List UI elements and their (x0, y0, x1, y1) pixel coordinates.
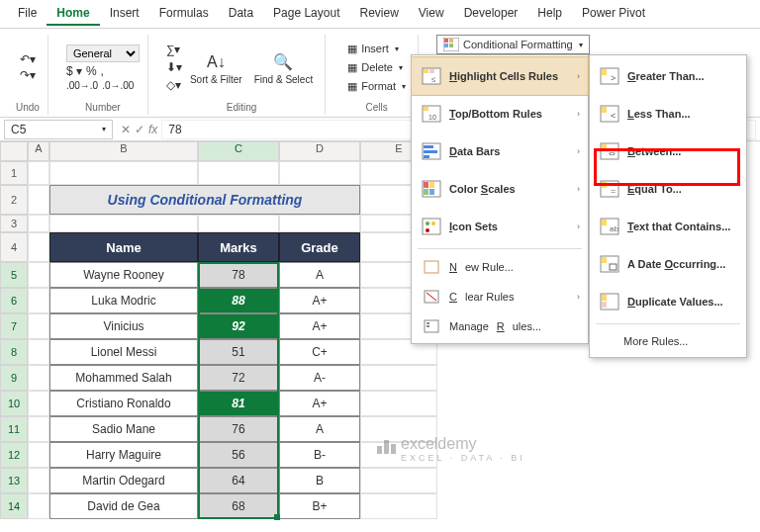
cell-grade[interactable]: C+ (279, 339, 360, 365)
cell[interactable] (360, 391, 437, 416)
tab-home[interactable]: Home (47, 2, 99, 26)
cell-marks[interactable]: 92 (198, 313, 279, 339)
tab-file[interactable]: File (8, 2, 47, 26)
cell[interactable] (28, 161, 49, 185)
name-box[interactable]: C5▾ (4, 120, 113, 139)
cell[interactable] (279, 161, 360, 185)
tab-page-layout[interactable]: Page Layout (263, 2, 349, 26)
menu-color-scales[interactable]: Color Scales › (412, 170, 588, 208)
autosum-icon[interactable]: ∑▾ (166, 43, 182, 56)
menu-between[interactable]: ⇔Between... (590, 133, 746, 170)
cell[interactable] (28, 313, 49, 339)
menu-clear-rules[interactable]: Clear Rules › (412, 282, 588, 311)
select-all-corner[interactable] (0, 141, 28, 161)
cell-name[interactable]: Harry Maguire (49, 442, 198, 468)
cell-name[interactable]: David de Gea (49, 493, 198, 519)
tab-insert[interactable]: Insert (100, 2, 149, 26)
menu-new-rule[interactable]: New Rule... (412, 252, 588, 282)
cell-grade[interactable]: B- (279, 442, 360, 468)
percent-icon[interactable]: % (86, 64, 97, 78)
cell-grade[interactable]: A+ (279, 288, 360, 313)
cell-grade[interactable]: A+ (279, 391, 360, 416)
row-header-14[interactable]: 14 (0, 493, 28, 519)
tab-help[interactable]: Help (527, 2, 572, 26)
cell-name[interactable]: Mohammed Salah (49, 365, 198, 391)
cell-name[interactable]: Lionel Messi (49, 339, 198, 365)
cell-marks[interactable]: 88 (198, 288, 279, 313)
row-header-5[interactable]: 5 (0, 262, 28, 288)
cell-grade[interactable]: A- (279, 365, 360, 391)
table-header-grade[interactable]: Grade (279, 232, 360, 262)
menu-top-bottom-rules[interactable]: 10 Top/Bottom Rules › (412, 95, 588, 133)
cell-grade[interactable]: B+ (279, 493, 360, 519)
cell[interactable] (198, 161, 279, 185)
row-header-1[interactable]: 1 (0, 161, 28, 185)
cell[interactable] (49, 161, 198, 185)
conditional-formatting-button[interactable]: Conditional Formatting ▾ (436, 35, 590, 54)
tab-data[interactable]: Data (219, 2, 263, 26)
table-header-marks[interactable]: Marks (198, 232, 279, 262)
row-header-9[interactable]: 9 (0, 365, 28, 391)
cell[interactable] (28, 215, 49, 232)
insert-cells-button[interactable]: ▦Insert▾ (343, 41, 410, 57)
cell[interactable] (360, 493, 437, 519)
cell-marks[interactable]: 64 (198, 468, 279, 493)
cell-name[interactable]: Wayne Rooney (49, 262, 198, 288)
cell-name[interactable]: Luka Modric (49, 288, 198, 313)
row-header-6[interactable]: 6 (0, 288, 28, 313)
cell-name[interactable]: Cristiano Ronaldo (49, 391, 198, 416)
delete-cells-button[interactable]: ▦Delete▾ (343, 59, 410, 76)
menu-less-than[interactable]: <Less Than... (590, 95, 746, 133)
fx-icon[interactable]: fx (148, 123, 157, 136)
cell-grade[interactable]: A (279, 262, 360, 288)
menu-highlight-cells-rules[interactable]: ≤ Highlight Cells Rules › (411, 56, 589, 96)
column-header-C[interactable]: C (198, 141, 279, 161)
column-header-A[interactable]: A (28, 141, 49, 161)
row-header-4[interactable]: 4 (0, 232, 28, 262)
cell[interactable] (28, 262, 49, 288)
menu-more-rules[interactable]: More Rules... (590, 327, 746, 355)
cancel-formula-icon[interactable]: ✕ (121, 123, 131, 136)
cell[interactable] (28, 339, 49, 365)
column-header-B[interactable]: B (49, 141, 198, 161)
menu-icon-sets[interactable]: Icon Sets › (412, 208, 588, 245)
cell-marks[interactable]: 51 (198, 339, 279, 365)
cell-marks[interactable]: 78 (198, 262, 279, 288)
format-cells-button[interactable]: ▦Format▾ (343, 78, 410, 95)
decrease-decimal-icon[interactable]: .0→.00 (102, 80, 134, 91)
fill-icon[interactable]: ⬇▾ (166, 60, 182, 74)
cell-marks[interactable]: 76 (198, 416, 279, 442)
cell[interactable] (279, 215, 360, 232)
tab-review[interactable]: Review (349, 2, 408, 26)
cell[interactable] (28, 391, 49, 416)
cell-marks[interactable]: 72 (198, 365, 279, 391)
row-header-3[interactable]: 3 (0, 215, 28, 232)
row-header-11[interactable]: 11 (0, 416, 28, 442)
cell[interactable] (198, 215, 279, 232)
increase-decimal-icon[interactable]: .00→.0 (66, 80, 98, 91)
row-header-13[interactable]: 13 (0, 468, 28, 493)
redo-icon[interactable]: ↷▾ (20, 68, 36, 82)
comma-icon[interactable]: , (101, 64, 104, 78)
tab-power-pivot[interactable]: Power Pivot (572, 2, 655, 26)
cell-marks[interactable]: 56 (198, 442, 279, 468)
row-header-10[interactable]: 10 (0, 391, 28, 416)
clear-icon[interactable]: ◇▾ (166, 78, 182, 92)
cell[interactable] (28, 185, 49, 215)
menu-date-occurring[interactable]: A Date Occurring... (590, 245, 746, 283)
row-header-8[interactable]: 8 (0, 339, 28, 365)
cell[interactable] (360, 365, 437, 391)
cell[interactable] (28, 288, 49, 313)
menu-greater-than[interactable]: >Greater Than... (590, 57, 746, 95)
cell[interactable] (28, 468, 49, 493)
enter-formula-icon[interactable]: ✓ (135, 123, 144, 136)
cell[interactable] (28, 232, 49, 262)
cell[interactable] (28, 493, 49, 519)
cell[interactable] (28, 442, 49, 468)
menu-manage-rules[interactable]: Manage Rules... (412, 311, 588, 341)
find-select-button[interactable]: 🔍 Find & Select (250, 48, 317, 87)
table-header-name[interactable]: Name (49, 232, 198, 262)
cell[interactable] (49, 215, 198, 232)
cell[interactable] (28, 416, 49, 442)
cell-marks[interactable]: 68 (198, 493, 279, 519)
